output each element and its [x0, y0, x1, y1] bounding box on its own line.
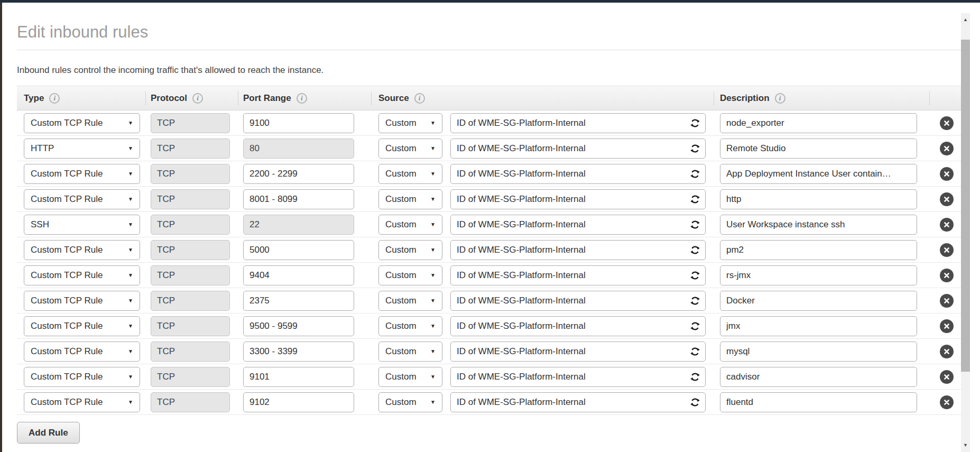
refresh-icon[interactable]: [690, 296, 700, 306]
type-select[interactable]: Custom TCP Rule ▼: [24, 240, 140, 260]
source-cell: Custom ▼: [371, 136, 714, 161]
refresh-icon[interactable]: [690, 372, 700, 382]
refresh-icon[interactable]: [690, 271, 700, 280]
scroll-down-icon[interactable]: ▼: [961, 440, 970, 450]
description-input[interactable]: [720, 240, 917, 260]
port-range-input[interactable]: [243, 342, 354, 362]
info-icon[interactable]: i: [414, 93, 425, 104]
type-select[interactable]: Custom TCP Rule ▼: [24, 367, 140, 387]
source-type-select[interactable]: Custom ▼: [378, 240, 442, 260]
source-type-select[interactable]: Custom ▼: [378, 367, 442, 387]
description-input[interactable]: [720, 113, 917, 133]
delete-rule-button[interactable]: [940, 345, 954, 358]
port-range-input[interactable]: [243, 189, 354, 209]
source-type-select[interactable]: Custom ▼: [378, 265, 442, 285]
scrollbar-thumb[interactable]: [961, 40, 970, 372]
refresh-icon[interactable]: [690, 144, 700, 153]
scroll-up-icon[interactable]: ▲: [961, 14, 970, 25]
port-range-input[interactable]: [243, 291, 354, 311]
source-input[interactable]: [450, 113, 706, 133]
port-range-input[interactable]: [243, 392, 354, 412]
refresh-icon[interactable]: [690, 220, 700, 229]
port-range-cell: [238, 161, 371, 186]
port-range-input[interactable]: [243, 316, 354, 336]
delete-rule-button[interactable]: [940, 192, 954, 206]
source-type-select[interactable]: Custom ▼: [378, 139, 442, 159]
info-icon[interactable]: i: [192, 93, 203, 104]
refresh-icon[interactable]: [690, 195, 700, 204]
source-input[interactable]: [450, 164, 706, 184]
port-range-input[interactable]: [243, 265, 354, 285]
description-input[interactable]: [720, 139, 917, 159]
description-input[interactable]: [720, 265, 917, 285]
type-select[interactable]: Custom TCP Rule ▼: [24, 342, 140, 362]
source-type-select[interactable]: Custom ▼: [378, 113, 442, 133]
source-type-select[interactable]: Custom ▼: [378, 291, 442, 311]
source-input[interactable]: [450, 342, 706, 362]
port-range-input[interactable]: [243, 367, 354, 387]
source-input[interactable]: [450, 392, 706, 412]
protocol-input: [151, 367, 230, 387]
refresh-icon[interactable]: [690, 169, 700, 179]
refresh-icon[interactable]: [690, 398, 700, 407]
refresh-icon[interactable]: [690, 347, 700, 356]
description-input[interactable]: [720, 342, 917, 362]
refresh-icon[interactable]: [690, 245, 700, 255]
source-input[interactable]: [450, 189, 706, 209]
delete-rule-button[interactable]: [940, 294, 954, 308]
type-select[interactable]: Custom TCP Rule ▼: [24, 164, 140, 184]
delete-rule-button[interactable]: [940, 395, 954, 409]
info-icon[interactable]: i: [49, 93, 60, 104]
source-type-select[interactable]: Custom ▼: [378, 215, 442, 235]
delete-rule-button[interactable]: [940, 319, 954, 333]
refresh-icon[interactable]: [690, 118, 700, 128]
add-rule-button[interactable]: Add Rule: [17, 422, 80, 444]
source-input[interactable]: [450, 265, 706, 285]
source-input[interactable]: [450, 139, 706, 159]
info-icon[interactable]: i: [775, 93, 785, 104]
type-select[interactable]: Custom TCP Rule ▼: [24, 392, 140, 412]
source-type-select[interactable]: Custom ▼: [378, 316, 442, 336]
description-input[interactable]: [720, 367, 917, 387]
delete-rule-button[interactable]: [940, 218, 954, 232]
type-select[interactable]: Custom TCP Rule ▼: [24, 113, 140, 133]
port-range-input[interactable]: [243, 113, 354, 133]
type-select[interactable]: Custom TCP Rule ▼: [24, 265, 140, 285]
description-input[interactable]: [720, 316, 917, 336]
source-input[interactable]: [450, 316, 706, 336]
type-select[interactable]: Custom TCP Rule ▼: [24, 291, 140, 311]
type-select[interactable]: Custom TCP Rule ▼: [24, 189, 140, 209]
delete-rule-button[interactable]: [940, 370, 954, 384]
source-type-select[interactable]: Custom ▼: [378, 392, 442, 412]
description-input[interactable]: [720, 164, 917, 184]
description-input[interactable]: [720, 189, 917, 209]
port-range-input[interactable]: [243, 164, 354, 184]
source-type-select[interactable]: Custom ▼: [378, 189, 442, 209]
type-select[interactable]: Custom TCP Rule ▼: [24, 316, 140, 336]
delete-rule-button[interactable]: [940, 243, 954, 257]
close-icon: [944, 145, 950, 152]
source-input[interactable]: [450, 240, 706, 260]
description-cell: [714, 288, 929, 313]
delete-rule-button[interactable]: [940, 142, 954, 155]
source-input-wrap: [450, 164, 706, 184]
chevron-down-icon: ▼: [128, 374, 133, 380]
source-type-select[interactable]: Custom ▼: [378, 164, 442, 184]
source-input-wrap: [450, 139, 706, 159]
vertical-scrollbar[interactable]: ▲ ▼: [961, 13, 970, 452]
type-select[interactable]: SSH ▼: [24, 215, 140, 235]
delete-rule-button[interactable]: [940, 269, 954, 282]
description-input[interactable]: [720, 291, 917, 311]
description-input[interactable]: [720, 392, 917, 412]
source-input[interactable]: [450, 367, 706, 387]
port-range-input[interactable]: [243, 240, 354, 260]
source-input[interactable]: [450, 291, 706, 311]
delete-rule-button[interactable]: [940, 116, 954, 130]
source-input[interactable]: [450, 215, 706, 235]
delete-rule-button[interactable]: [940, 167, 954, 181]
type-select[interactable]: HTTP ▼: [24, 139, 140, 159]
source-type-select[interactable]: Custom ▼: [378, 342, 442, 362]
info-icon[interactable]: i: [297, 93, 307, 104]
refresh-icon[interactable]: [690, 321, 700, 331]
description-input[interactable]: [720, 215, 917, 235]
